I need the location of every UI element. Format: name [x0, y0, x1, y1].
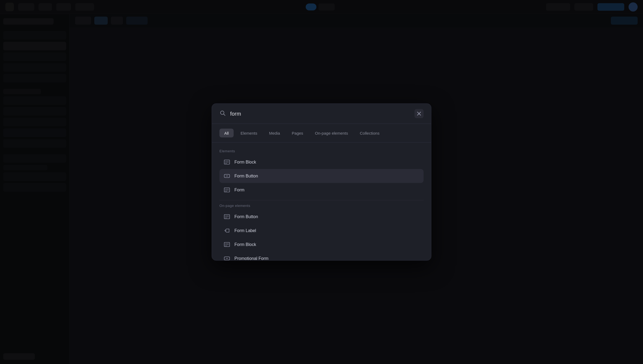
form-block-icon	[223, 158, 231, 166]
form-button-onpage-icon	[223, 213, 231, 221]
result-form-button-elements[interactable]: Form Button	[219, 169, 424, 183]
result-form-block-onpage[interactable]: Form Block	[219, 238, 424, 252]
tab-all[interactable]: All	[219, 129, 234, 138]
search-input[interactable]	[230, 111, 410, 117]
form-block-onpage-icon	[223, 241, 231, 248]
search-modal: All Elements Media Pages On-page element…	[212, 104, 431, 261]
result-label: Form Block	[234, 160, 256, 165]
result-label: Promotional Form	[234, 256, 268, 260]
result-promotional-form-onpage[interactable]: Promotional Form	[219, 252, 424, 260]
results-list: Elements Form Block	[212, 143, 431, 260]
section-divider	[219, 200, 424, 200]
result-label: Form Button	[234, 214, 258, 219]
tab-media[interactable]: Media	[264, 129, 285, 138]
tab-pages[interactable]: Pages	[287, 129, 308, 138]
result-form-elements[interactable]: Form	[219, 183, 424, 197]
result-label: Form	[234, 188, 244, 192]
filter-tabs: All Elements Media Pages On-page element…	[212, 124, 431, 143]
tab-elements[interactable]: Elements	[236, 129, 262, 138]
form-label-icon	[223, 227, 231, 234]
form-button-icon	[223, 172, 231, 180]
svg-line-1	[224, 114, 225, 116]
tab-collections[interactable]: Collections	[355, 129, 384, 138]
svg-point-18	[226, 230, 226, 231]
search-icon	[219, 110, 226, 117]
result-label: Form Block	[234, 242, 256, 247]
promotional-form-icon	[223, 255, 231, 260]
result-form-label-onpage[interactable]: Form Label	[219, 224, 424, 238]
close-button[interactable]	[414, 109, 424, 118]
result-form-block-elements[interactable]: Form Block	[219, 155, 424, 169]
section-label-elements: Elements	[219, 149, 424, 153]
search-bar	[212, 104, 431, 124]
section-label-on-page: On-page elements	[219, 204, 424, 208]
tab-on-page-elements[interactable]: On-page elements	[310, 129, 353, 138]
form-icon	[223, 186, 231, 194]
result-label: Form Label	[234, 228, 256, 233]
result-form-button-onpage[interactable]: Form Button	[219, 210, 424, 224]
results-container: Elements Form Block	[212, 143, 431, 260]
result-label: Form Button	[234, 174, 258, 179]
